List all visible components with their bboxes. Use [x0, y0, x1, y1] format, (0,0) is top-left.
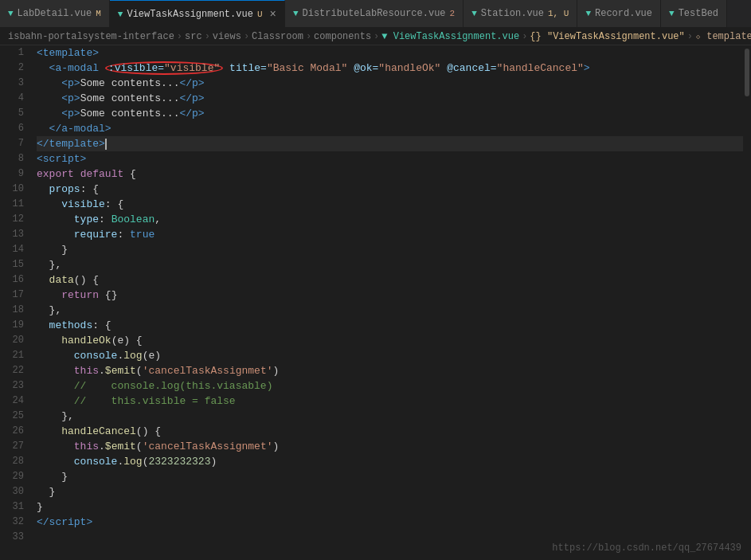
tab-station[interactable]: ▼ Station.vue 1, U — [464, 0, 577, 28]
code-line-8: <script> — [37, 151, 743, 166]
line-number-29: 29 — [0, 469, 24, 484]
code-line-2: <a-modal :visible="visible" title="Basic… — [37, 61, 743, 76]
line-number-32: 32 — [0, 515, 24, 530]
line-number-26: 26 — [0, 424, 24, 439]
line-number-12: 12 — [0, 212, 24, 227]
code-line-11: visible: { — [37, 197, 743, 212]
breadcrumb-part-2: src — [185, 31, 202, 42]
tab-viewtaskassignment[interactable]: ▼ ViewTaskAssignment.vue U × — [110, 0, 285, 28]
tab-testbed[interactable]: ▼ TestBed — [661, 0, 727, 28]
code-line-25: }, — [37, 409, 743, 424]
code-line-14: } — [37, 242, 743, 257]
line-number-25: 25 — [0, 409, 24, 424]
line-number-3: 3 — [0, 76, 24, 91]
line-number-2: 2 — [0, 61, 24, 76]
tab-record[interactable]: ▼ Record.vue — [577, 0, 661, 28]
code-line-19: methods: { — [37, 318, 743, 333]
code-line-28: console.log(2323232323) — [37, 454, 743, 469]
tab-badge-4: 1, U — [548, 9, 569, 18]
line-number-9: 9 — [0, 166, 24, 182]
line-number-15: 15 — [0, 257, 24, 272]
code-line-17: return {} — [37, 288, 743, 303]
code-line-16: data() { — [37, 272, 743, 288]
line-number-6: 6 — [0, 121, 24, 136]
code-line-10: props: { — [37, 182, 743, 197]
tab-close-2[interactable]: × — [270, 8, 276, 21]
breadcrumb-part-5: components — [314, 31, 371, 42]
code-line-32: </script> — [37, 515, 743, 530]
breadcrumb-part-1: isbahn-portalsystem-interface — [8, 31, 174, 42]
line-number-5: 5 — [0, 106, 24, 121]
code-line-13: require: true — [37, 227, 743, 242]
code-area: 1234567891011121314151617181920212223242… — [0, 45, 751, 560]
scrollbar-thumb[interactable] — [745, 49, 749, 96]
code-line-1: <template> — [37, 45, 743, 61]
code-line-21: console.log(e) — [37, 348, 743, 363]
breadcrumb-part-3: views — [213, 31, 241, 42]
code-line-9: export default { — [37, 166, 743, 182]
code-line-22: this.$emit('cancelTaskAssignmet') — [37, 363, 743, 378]
code-line-7: </template> — [37, 136, 743, 151]
code-line-27: this.$emit('cancelTaskAssignmet') — [37, 439, 743, 454]
tab-badge-3: 2 — [450, 9, 456, 18]
scrollbar[interactable] — [743, 45, 751, 560]
line-number-4: 4 — [0, 91, 24, 106]
line-number-16: 16 — [0, 272, 24, 288]
line-number-7: 7 — [0, 136, 24, 151]
code-line-3: <p>Some contents...</p> — [37, 76, 743, 91]
tab-badge-1: M — [96, 9, 101, 18]
tab-label-2: ViewTaskAssignment.vue — [127, 9, 252, 20]
line-number-23: 23 — [0, 378, 24, 394]
code-lines: <template> <a-modal :visible="visible" t… — [30, 45, 743, 560]
tab-label-5: Record.vue — [595, 8, 652, 19]
code-line-5: <p>Some contents...</p> — [37, 106, 743, 121]
tab-label-1: LabDetail.vue — [18, 8, 92, 19]
code-line-4: <p>Some contents...</p> — [37, 91, 743, 106]
line-number-14: 14 — [0, 242, 24, 257]
line-number-33: 33 — [0, 530, 24, 545]
line-number-24: 24 — [0, 394, 24, 409]
tab-badge-2: U — [257, 10, 263, 19]
tab-distributelabresource[interactable]: ▼ DistributeLabResource.vue 2 — [285, 0, 464, 28]
code-line-26: handleCancel() { — [37, 424, 743, 439]
tab-icon-3: ▼ — [293, 9, 299, 18]
code-line-6: </a-modal> — [37, 121, 743, 136]
watermark: https://blog.csdn.net/qq_27674439 — [552, 542, 741, 554]
line-number-1: 1 — [0, 45, 24, 61]
code-line-12: type: Boolean, — [37, 212, 743, 227]
code-line-29: } — [37, 469, 743, 484]
code-line-20: handleOk(e) { — [37, 333, 743, 348]
line-number-22: 22 — [0, 363, 24, 378]
line-number-18: 18 — [0, 303, 24, 318]
line-numbers: 1234567891011121314151617181920212223242… — [0, 45, 30, 560]
code-line-31: } — [37, 499, 743, 515]
line-number-27: 27 — [0, 439, 24, 454]
tab-icon-4: ▼ — [471, 9, 477, 18]
line-number-19: 19 — [0, 318, 24, 333]
tab-icon-5: ▼ — [585, 9, 591, 18]
line-number-28: 28 — [0, 454, 24, 469]
line-number-11: 11 — [0, 197, 24, 212]
tab-bar: ▼ LabDetail.vue M ▼ ViewTaskAssignment.v… — [0, 0, 751, 28]
code-line-15: }, — [37, 257, 743, 272]
line-number-17: 17 — [0, 288, 24, 303]
code-line-23: // console.log(this.viasable) — [37, 378, 743, 394]
tab-label-4: Station.vue — [481, 8, 544, 19]
code-line-30: } — [37, 484, 743, 499]
breadcrumb: isbahn-portalsystem-interface › src › vi… — [0, 28, 751, 45]
tab-label-6: TestBed — [679, 8, 718, 19]
line-number-30: 30 — [0, 484, 24, 499]
breadcrumb-part-4: Classroom — [252, 31, 303, 42]
code-line-24: // this.visible = false — [37, 394, 743, 409]
tab-icon-1: ▼ — [8, 9, 14, 18]
line-number-13: 13 — [0, 227, 24, 242]
tab-icon-6: ▼ — [669, 9, 675, 18]
tab-labdetail[interactable]: ▼ LabDetail.vue M — [0, 0, 110, 28]
tab-label-3: DistributeLabResource.vue — [303, 8, 446, 19]
line-number-31: 31 — [0, 499, 24, 515]
tab-icon-2: ▼ — [118, 10, 123, 19]
breadcrumb-part-6: ▼ ViewTaskAssignment.vue — [381, 31, 519, 42]
line-number-20: 20 — [0, 333, 24, 348]
line-number-8: 8 — [0, 151, 24, 166]
code-line-18: }, — [37, 303, 743, 318]
